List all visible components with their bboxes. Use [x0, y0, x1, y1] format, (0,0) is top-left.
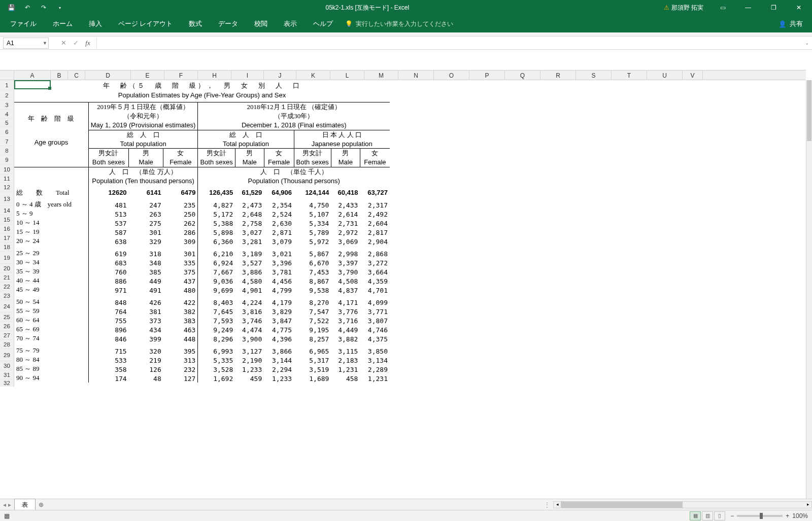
formula-input[interactable] — [96, 38, 802, 49]
tab-view[interactable]: 表示 — [276, 15, 305, 32]
accept-formula-icon[interactable]: ✓ — [70, 38, 81, 48]
hscroll-thumb[interactable] — [561, 502, 683, 508]
row-header-15[interactable]: 15 — [0, 215, 14, 224]
undo-icon[interactable]: ↶ — [20, 2, 35, 13]
row-header-10[interactable]: 10 — [0, 164, 14, 175]
row-header-14[interactable]: 14 — [0, 206, 14, 215]
row-header-6[interactable]: 6 — [0, 127, 14, 137]
tab-review[interactable]: 校閲 — [246, 15, 276, 32]
zoom-level[interactable]: 100% — [792, 512, 808, 519]
row-header-21[interactable]: 21 — [0, 273, 14, 282]
row-header-12[interactable]: 12 — [0, 183, 14, 192]
row-header-29[interactable]: 29 — [0, 349, 14, 361]
col-header-A[interactable]: A — [14, 71, 51, 80]
select-all-button[interactable] — [0, 71, 14, 80]
row-header-7[interactable]: 7 — [0, 137, 14, 146]
row-header-31[interactable]: 31 — [0, 370, 14, 379]
row-header-25[interactable]: 25 — [0, 312, 14, 322]
hscroll-left-icon[interactable]: ◂ — [554, 502, 561, 507]
tab-help[interactable]: ヘルプ — [305, 15, 341, 32]
row-header-20[interactable]: 20 — [0, 264, 14, 273]
col-header-H[interactable]: H — [198, 71, 231, 80]
nav-next-icon[interactable]: ▸ — [8, 501, 11, 508]
row-header-19[interactable]: 19 — [0, 252, 14, 264]
col-header-V[interactable]: V — [683, 71, 703, 80]
col-header-P[interactable]: P — [469, 71, 505, 80]
row-header-27[interactable]: 27 — [0, 331, 14, 340]
cancel-formula-icon[interactable]: ✕ — [58, 38, 69, 48]
col-header-C[interactable]: C — [68, 71, 85, 80]
zoom-out-button[interactable]: − — [730, 512, 734, 519]
scrollbar-thumb[interactable] — [807, 80, 811, 141]
tab-formula[interactable]: 数式 — [181, 15, 210, 32]
save-icon[interactable]: 💾 — [4, 2, 18, 13]
name-box[interactable]: A1▼ — [3, 38, 49, 49]
hscroll-right-icon[interactable]: ▸ — [804, 502, 811, 507]
tab-file[interactable]: ファイル — [2, 15, 45, 32]
minimize-button[interactable]: — — [737, 0, 759, 15]
col-header-U[interactable]: U — [647, 71, 683, 80]
close-button[interactable]: ✕ — [788, 0, 810, 15]
col-header-I[interactable]: I — [231, 71, 264, 80]
row-header-9[interactable]: 9 — [0, 155, 14, 164]
tab-layout[interactable]: ページ レイアウト — [110, 15, 181, 32]
page-break-view-button[interactable]: ▯ — [714, 511, 725, 520]
maximize-button[interactable]: ❐ — [762, 0, 785, 15]
tab-data[interactable]: データ — [210, 15, 246, 32]
col-header-O[interactable]: O — [434, 71, 469, 80]
row-header-28[interactable]: 28 — [0, 340, 14, 349]
tell-me-search[interactable]: 💡実行したい作業を入力してください — [345, 20, 453, 28]
tab-insert[interactable]: 挿入 — [81, 15, 110, 32]
row-header-23[interactable]: 23 — [0, 291, 14, 300]
row-header-5[interactable]: 5 — [0, 119, 14, 127]
chevron-down-icon[interactable]: ▼ — [43, 41, 47, 46]
sheet-tab-active[interactable]: 表 — [14, 499, 36, 510]
ribbon-options-icon[interactable]: ▭ — [712, 0, 734, 15]
vertical-scrollbar[interactable] — [806, 80, 812, 499]
new-sheet-button[interactable]: ⊕ — [36, 501, 47, 508]
col-header-B[interactable]: B — [51, 71, 68, 80]
share-button[interactable]: 👤共有 — [771, 20, 810, 28]
row-header-16[interactable]: 16 — [0, 224, 14, 233]
account-user[interactable]: ⚠那須野 拓実 — [664, 4, 703, 12]
fx-icon[interactable]: fx — [82, 38, 93, 48]
row-header-1[interactable]: 1 — [0, 80, 14, 90]
normal-view-button[interactable]: ▦ — [690, 511, 701, 520]
nav-prev-icon[interactable]: ◂ — [3, 501, 6, 508]
col-header-S[interactable]: S — [576, 71, 612, 80]
qat-customize-icon[interactable]: ▾ — [53, 2, 67, 13]
row-header-26[interactable]: 26 — [0, 322, 14, 331]
zoom-slider-thumb[interactable] — [760, 513, 763, 519]
tab-split-icon[interactable]: ⋮ — [544, 501, 550, 508]
zoom-in-button[interactable]: + — [786, 512, 789, 519]
row-header-13[interactable]: 13 — [0, 192, 14, 206]
cell-grid[interactable]: 年 齢（５ 歳 階 級）， 男 女 別 人 口 Population Estim… — [14, 80, 806, 499]
col-header-T[interactable]: T — [612, 71, 647, 80]
col-header-R[interactable]: R — [540, 71, 576, 80]
col-header-M[interactable]: M — [364, 71, 398, 80]
col-header-J[interactable]: J — [264, 71, 296, 80]
horizontal-scrollbar[interactable]: ◂ ▸ — [553, 501, 812, 508]
row-header-8[interactable]: 8 — [0, 146, 14, 155]
row-header-11[interactable]: 11 — [0, 175, 14, 183]
expand-formula-icon[interactable]: ⌄ — [802, 40, 812, 46]
row-header-24[interactable]: 24 — [0, 300, 14, 312]
row-header-32[interactable]: 32 — [0, 379, 14, 387]
row-header-30[interactable]: 30 — [0, 361, 14, 370]
col-header-K[interactable]: K — [296, 71, 330, 80]
zoom-slider[interactable] — [737, 515, 783, 517]
redo-icon[interactable]: ↷ — [37, 2, 51, 13]
col-header-N[interactable]: N — [398, 71, 434, 80]
page-layout-view-button[interactable]: ▥ — [702, 511, 713, 520]
row-header-18[interactable]: 18 — [0, 242, 14, 252]
col-header-Q[interactable]: Q — [505, 71, 540, 80]
row-header-22[interactable]: 22 — [0, 282, 14, 291]
row-header-17[interactable]: 17 — [0, 233, 14, 242]
col-header-L[interactable]: L — [330, 71, 364, 80]
col-header-E[interactable]: E — [131, 71, 164, 80]
tab-home[interactable]: ホーム — [45, 15, 81, 32]
row-header-4[interactable]: 4 — [0, 110, 14, 119]
col-header-D[interactable]: D — [85, 71, 131, 80]
row-header-2[interactable]: 2 — [0, 90, 14, 100]
sheet-nav[interactable]: ◂▸ — [0, 501, 14, 508]
